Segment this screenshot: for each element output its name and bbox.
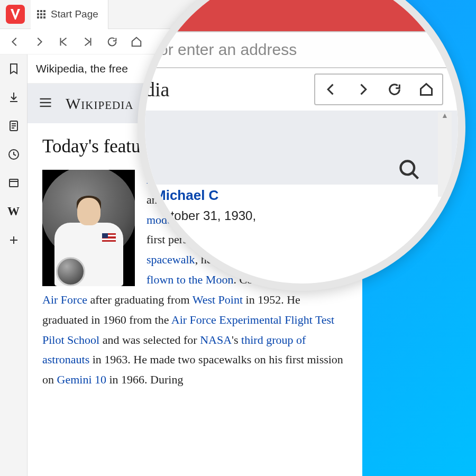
search-icon[interactable] [398, 158, 421, 184]
window-panel-icon[interactable] [7, 176, 21, 190]
mag-back-button[interactable] [315, 75, 347, 104]
reload-button[interactable] [106, 35, 118, 48]
mag-reload-button[interactable] [379, 75, 410, 104]
mag-wiki-header [145, 111, 458, 185]
notes-icon[interactable] [7, 119, 21, 133]
address-bar[interactable]: h or enter an address [145, 31, 458, 68]
wikipedia-wordmark[interactable]: Wikipedia [66, 95, 133, 113]
add-panel-button[interactable] [7, 233, 21, 247]
mag-forward-button[interactable] [347, 75, 379, 104]
tab-label: Start Page [51, 8, 98, 20]
downloads-icon[interactable] [7, 90, 21, 104]
link-nasa[interactable]: NASA [200, 333, 232, 346]
address-placeholder: h or enter an address [146, 41, 297, 59]
tab-strip: Start Page [31, 0, 108, 29]
mag-home-button[interactable] [410, 75, 442, 104]
mag-wordmark-fragment: dia [145, 78, 169, 101]
svg-point-15 [401, 161, 415, 175]
mag-titlebar [145, 0, 458, 31]
svg-line-16 [413, 173, 418, 179]
breadcrumb-text: Wikipedia, the free [36, 62, 128, 75]
history-icon[interactable] [7, 148, 21, 161]
fast-forward-button[interactable] [81, 35, 94, 48]
wikipedia-panel-icon[interactable]: W [7, 205, 21, 218]
mag-nav-group [314, 74, 443, 105]
forward-button[interactable] [33, 35, 45, 48]
svg-rect-8 [10, 179, 18, 187]
apps-grid-icon [37, 10, 45, 19]
back-button[interactable] [8, 35, 21, 48]
link-west-point[interactable]: West Point [193, 293, 243, 306]
rewind-button[interactable] [57, 35, 70, 48]
scrollbar[interactable] [438, 112, 452, 197]
home-button[interactable] [130, 35, 143, 48]
link-spacewalk[interactable]: spacewalk [147, 253, 195, 266]
bookmarks-icon[interactable] [7, 62, 21, 76]
mag-toolbar-row: dia [145, 68, 458, 111]
featured-image[interactable] [42, 170, 135, 286]
side-panel: W [0, 54, 28, 476]
link-gemini-10[interactable]: Gemini 10 [57, 373, 107, 386]
hamburger-menu-icon[interactable] [38, 95, 53, 112]
vivaldi-logo-icon[interactable] [6, 5, 25, 24]
flag-patch-icon [102, 233, 116, 242]
mag-link-michael[interactable]: Michael C [154, 187, 218, 204]
tab-start-page[interactable]: Start Page [31, 0, 108, 29]
mag-body-text: October 31, 1930, [154, 208, 256, 223]
